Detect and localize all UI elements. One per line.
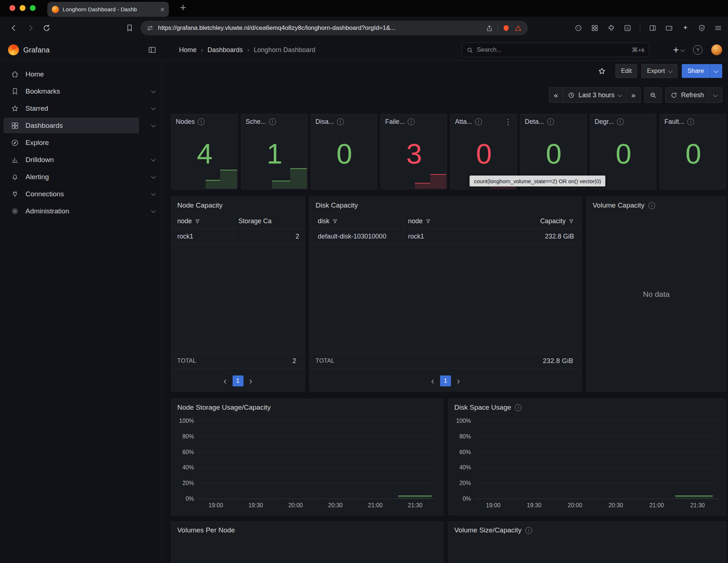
brave-shield-icon[interactable]	[502, 24, 510, 32]
info-icon[interactable]: i	[475, 118, 482, 125]
pagination: ‹ 1 ›	[310, 375, 581, 386]
total-value: 2	[293, 357, 298, 365]
refresh-interval-button[interactable]	[709, 88, 722, 102]
share-menu-button[interactable]	[710, 64, 722, 78]
tab-close-icon[interactable]: ×	[160, 6, 165, 13]
window-minimize-button[interactable]	[20, 5, 25, 11]
chevron-down-icon[interactable]	[151, 123, 156, 127]
prev-page-icon[interactable]: ‹	[431, 376, 434, 386]
chevron-down-icon[interactable]	[151, 88, 156, 93]
favorite-star-icon[interactable]	[598, 67, 606, 75]
window-zoom-button[interactable]	[30, 5, 36, 11]
info-icon[interactable]: i	[617, 118, 624, 125]
info-icon[interactable]: i	[515, 404, 522, 411]
kebab-menu-icon[interactable]: ⋮	[505, 118, 512, 126]
page-number[interactable]: 1	[440, 375, 451, 386]
translate-icon[interactable]: a	[624, 24, 632, 32]
share-page-icon[interactable]	[486, 24, 493, 32]
sidebar-item-drilldown[interactable]: Drilldown	[0, 151, 162, 168]
info-icon[interactable]: i	[687, 118, 694, 125]
site-settings-icon[interactable]	[146, 24, 154, 32]
sidebar-item-label: Dashboards	[25, 122, 145, 130]
breadcrumb-home[interactable]: Home	[179, 46, 197, 54]
forward-icon[interactable]	[26, 24, 35, 32]
filter-icon[interactable]	[332, 218, 338, 224]
stat-value: 1	[241, 137, 307, 170]
table-row: default-disk-103010000 rock1 232.8 GiB	[310, 229, 581, 244]
info-icon[interactable]: i	[337, 118, 344, 125]
chevron-down-icon[interactable]	[151, 191, 156, 196]
zoom-out-button[interactable]	[645, 88, 661, 102]
info-icon[interactable]: i	[408, 118, 415, 125]
refresh-button[interactable]: Refresh	[666, 88, 709, 102]
breadcrumb-dashboards[interactable]: Dashboards	[207, 46, 243, 54]
export-button[interactable]: Export	[641, 64, 677, 78]
filter-icon[interactable]	[426, 218, 431, 224]
sidebar-item-administration[interactable]: Administration	[0, 202, 162, 220]
browser-tab[interactable]: Longhorn Dashboard - Dashb ×	[47, 2, 169, 17]
back-icon[interactable]	[9, 24, 18, 32]
url-bar[interactable]: https://grafana.bletchley.vluwte.nl/d/ce…	[141, 21, 528, 35]
edit-button[interactable]: Edit	[616, 64, 637, 78]
bookmark-icon[interactable]	[125, 24, 134, 32]
filter-icon[interactable]	[569, 218, 574, 224]
prev-page-icon[interactable]: ‹	[223, 376, 227, 386]
wallet-icon[interactable]	[665, 24, 673, 32]
help-icon[interactable]: ?	[693, 45, 703, 55]
chevron-down-icon[interactable]	[151, 106, 156, 110]
y-tick: 40%	[459, 464, 471, 471]
info-icon[interactable]: i	[198, 118, 205, 125]
sidebar-item-explore[interactable]: Explore	[0, 134, 162, 151]
info-icon[interactable]: i	[648, 202, 655, 209]
chart-plot[interactable]: 100% 80% 60% 40% 20% 0% 19:00 19:30 20:0…	[475, 421, 719, 499]
user-avatar[interactable]	[711, 44, 722, 55]
info-icon[interactable]: i	[269, 118, 276, 125]
bottom-panels-row: Volumes Per Node Volume Size/Capacityi	[171, 521, 726, 563]
megamenu-toggle-icon[interactable]	[148, 46, 157, 54]
time-range-picker[interactable]: Last 3 hours	[563, 88, 626, 102]
sidebar-item-dashboards[interactable]: Dashboards	[0, 117, 162, 134]
info-icon[interactable]: i	[547, 118, 554, 125]
add-button[interactable]: +	[673, 44, 684, 56]
sidebar-item-home[interactable]: Home	[0, 66, 162, 83]
grafana-brand[interactable]: Grafana	[8, 39, 50, 60]
next-page-icon[interactable]: ›	[249, 376, 253, 386]
time-shift-back-button[interactable]: «	[549, 88, 563, 102]
search-placeholder: Search...	[477, 46, 628, 54]
time-range-label: Last 3 hours	[578, 91, 614, 99]
sidebar-item-connections[interactable]: Connections	[0, 185, 162, 202]
sidebar-item-starred[interactable]: Starred	[0, 100, 162, 117]
explore-icon	[11, 139, 19, 147]
cookie-icon[interactable]	[574, 24, 582, 32]
menu-icon[interactable]	[714, 24, 722, 32]
extensions-icon[interactable]	[607, 24, 615, 32]
leo-ai-icon[interactable]	[681, 24, 689, 32]
stat-value: 0	[590, 137, 656, 170]
apps-icon[interactable]	[591, 24, 599, 32]
page-number[interactable]: 1	[233, 375, 244, 386]
vpn-shield-icon[interactable]	[698, 24, 706, 32]
new-tab-button[interactable]: +	[180, 1, 186, 14]
chart-plot[interactable]: 100% 80% 60% 40% 20% 0% 19:00 19:30 20:0…	[198, 421, 436, 499]
time-range-group: « Last 3 hours »	[549, 87, 641, 103]
sidebar-item-label: Connections	[25, 190, 145, 198]
sidebar-item-alerting[interactable]: Alerting	[0, 168, 162, 185]
search-input[interactable]: Search... ⌘+k	[462, 43, 649, 57]
time-shift-forward-button[interactable]: »	[626, 88, 640, 102]
sidebar-toggle-icon[interactable]	[649, 24, 657, 32]
node-capacity-table: node Storage Ca rock1 2	[171, 214, 304, 244]
chevron-down-icon	[617, 92, 622, 97]
reload-icon[interactable]	[42, 24, 51, 32]
next-page-icon[interactable]: ›	[457, 376, 460, 386]
share-button[interactable]: Share	[682, 64, 710, 78]
chevron-down-icon[interactable]	[151, 208, 156, 213]
chevron-down-icon[interactable]	[151, 174, 156, 179]
info-icon[interactable]: i	[525, 527, 532, 534]
brave-rewards-icon[interactable]	[514, 24, 522, 32]
filter-icon[interactable]	[195, 218, 200, 224]
window-close-button[interactable]	[9, 5, 15, 11]
refresh-icon	[670, 92, 677, 99]
chevron-down-icon[interactable]	[151, 157, 156, 162]
panel-title: Nodes	[176, 118, 195, 126]
sidebar-item-bookmarks[interactable]: Bookmarks	[0, 83, 162, 100]
